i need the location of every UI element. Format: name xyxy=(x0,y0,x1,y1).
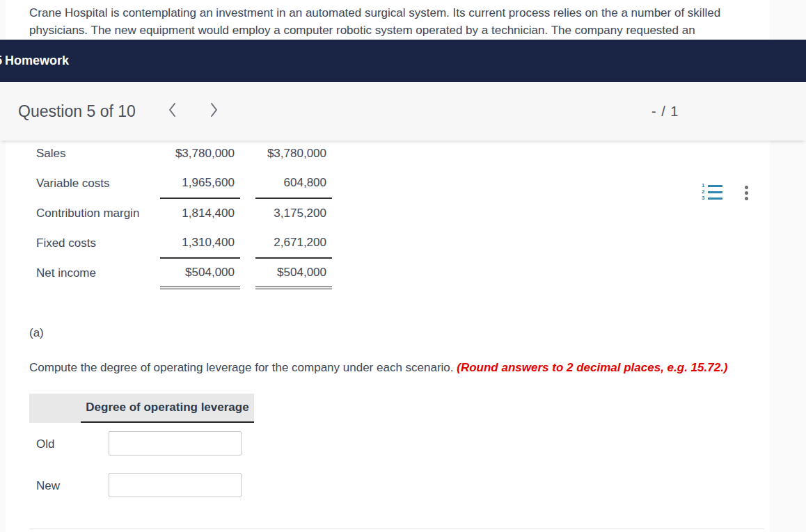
table-row: Net income $504,000 $504,000 xyxy=(36,258,332,288)
answer-table-column-header: Degree of operating leverage xyxy=(81,394,254,423)
instruction-text: Compute the degree of operating leverage… xyxy=(29,361,728,375)
row-value-col1: 1,965,600 xyxy=(160,168,240,198)
table-row: Sales $3,780,000 $3,780,000 xyxy=(36,138,332,168)
row-label: Fixed costs xyxy=(36,228,160,258)
answer-row-label-new: New xyxy=(36,479,60,493)
row-label: Variable costs xyxy=(36,168,160,198)
table-row: Variable costs 1,965,600 604,800 xyxy=(36,168,332,198)
table-row: Contribution margin 1,814,400 3,175,200 xyxy=(36,198,332,228)
table-row: Fixed costs 1,310,400 2,671,200 xyxy=(36,228,332,258)
description-line-2: physicians. The new equipment would empl… xyxy=(29,22,742,39)
app-bar: 5 Homework xyxy=(0,40,806,82)
row-value-col2: 2,671,200 xyxy=(255,228,332,258)
row-value-col2: 604,800 xyxy=(255,168,332,198)
answer-row-label-old: Old xyxy=(36,437,54,451)
row-label: Sales xyxy=(36,138,160,168)
dol-old-input[interactable] xyxy=(109,431,242,456)
question-content-panel: Sales $3,780,000 $3,780,000 Variable cos… xyxy=(6,140,770,532)
row-value-col1: $3,780,000 xyxy=(160,138,240,168)
dol-new-input[interactable] xyxy=(109,473,242,497)
question-list-icon[interactable]: 1 2 3 xyxy=(702,184,722,202)
assignment-title-clipped-prefix: 5 xyxy=(0,54,2,68)
assignment-description-panel: Crane Hospital is contemplating an inves… xyxy=(6,0,770,40)
income-statement-table: Sales $3,780,000 $3,780,000 Variable cos… xyxy=(36,138,332,289)
row-value-col2: $504,000 xyxy=(255,258,332,288)
question-title: Question 5 of 10 xyxy=(18,82,136,140)
answer-table-corner-cell xyxy=(29,394,81,423)
row-value-col2: 3,175,200 xyxy=(255,198,332,228)
section-divider xyxy=(29,529,764,529)
row-value-col2: $3,780,000 xyxy=(255,138,332,168)
description-line-1: Crane Hospital is contemplating an inves… xyxy=(29,4,742,22)
row-value-col1: $504,000 xyxy=(160,258,240,288)
assignment-title: Homework xyxy=(5,54,69,68)
row-value-col1: 1,310,400 xyxy=(160,228,240,258)
next-question-button[interactable] xyxy=(203,82,224,140)
row-label: Contribution margin xyxy=(36,198,160,228)
kebab-menu-icon[interactable] xyxy=(745,186,748,202)
row-label: Net income xyxy=(36,258,160,288)
rounding-hint: (Round answers to 2 decimal places, e.g.… xyxy=(457,361,727,374)
chevron-left-icon xyxy=(168,102,176,120)
part-a-label: (a) xyxy=(29,326,44,340)
previous-question-button[interactable] xyxy=(161,82,182,140)
chevron-right-icon xyxy=(210,102,218,120)
row-value-col1: 1,814,400 xyxy=(160,198,240,228)
answer-table-header-row: Degree of operating leverage xyxy=(29,394,254,423)
question-header: Question 5 of 10 - / 1 1 2 3 xyxy=(0,82,806,140)
question-score: - / 1 xyxy=(651,82,679,140)
instruction-body: Compute the degree of operating leverage… xyxy=(29,361,457,374)
